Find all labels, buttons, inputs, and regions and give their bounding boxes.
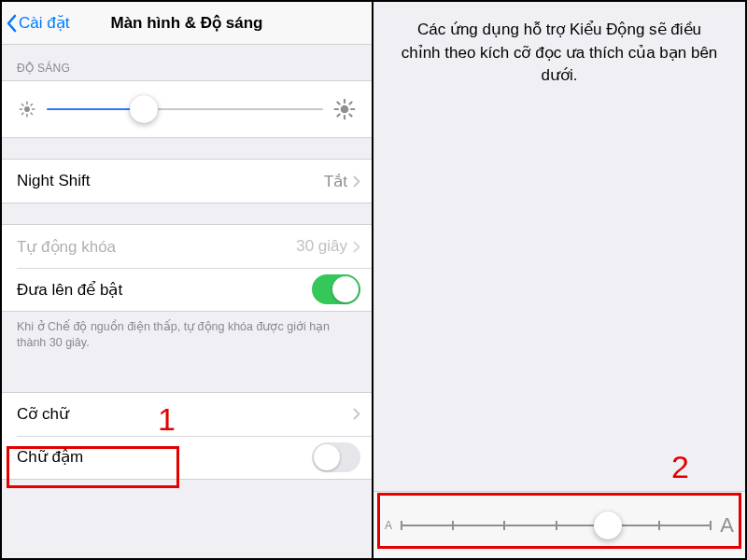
auto-lock-value: 30 giây xyxy=(296,237,347,256)
sun-high-icon xyxy=(332,97,357,121)
raise-to-wake-row: Đưa lên để bật xyxy=(2,268,372,311)
auto-lock-footnote: Khi ở Chế độ nguồn điện thấp, tự động kh… xyxy=(2,312,372,351)
text-group: Cỡ chữ Chữ đậm xyxy=(2,392,372,480)
brightness-section-header: ĐỘ SÁNG xyxy=(2,45,372,80)
svg-line-14 xyxy=(337,102,339,104)
chevron-right-icon xyxy=(353,175,360,188)
text-size-row[interactable]: Cỡ chữ xyxy=(2,393,372,436)
bold-text-label: Chữ đậm xyxy=(17,447,83,467)
bold-text-row: Chữ đậm xyxy=(2,436,372,479)
svg-line-16 xyxy=(337,114,339,116)
sun-low-icon xyxy=(17,99,37,119)
lock-group: Tự động khóa 30 giây Đưa lên để bật xyxy=(2,224,372,312)
svg-line-17 xyxy=(349,102,351,104)
annotation-number-2: 2 xyxy=(671,449,689,485)
svg-line-8 xyxy=(31,105,32,105)
brightness-slider[interactable] xyxy=(47,98,323,120)
chevron-right-icon xyxy=(353,241,360,253)
svg-line-7 xyxy=(22,113,23,114)
text-size-bar: A A xyxy=(374,491,745,558)
night-shift-group: Night Shift Tắt xyxy=(2,159,372,203)
chevron-right-icon xyxy=(353,408,360,420)
large-a-icon: A xyxy=(720,513,734,538)
raise-to-wake-label: Đưa lên để bật xyxy=(17,280,122,300)
small-a-icon: A xyxy=(385,519,392,532)
night-shift-row[interactable]: Night Shift Tắt xyxy=(2,160,372,203)
text-size-label: Cỡ chữ xyxy=(17,404,69,424)
svg-point-9 xyxy=(341,105,349,114)
nav-header: Cài đặt Màn hình & Độ sáng xyxy=(2,2,372,45)
text-size-description: Các ứng dụng hỗ trợ Kiểu Động sẽ điều ch… xyxy=(374,2,745,105)
svg-line-5 xyxy=(22,105,23,105)
svg-point-0 xyxy=(24,106,30,112)
night-shift-value: Tắt xyxy=(324,172,347,191)
brightness-group xyxy=(2,80,372,138)
auto-lock-row[interactable]: Tự động khóa 30 giây xyxy=(2,225,372,268)
text-size-slider[interactable] xyxy=(402,511,711,539)
raise-to-wake-toggle[interactable] xyxy=(312,274,360,304)
display-settings-screen: Cài đặt Màn hình & Độ sáng ĐỘ SÁNG xyxy=(2,2,374,558)
chevron-left-icon xyxy=(6,14,17,33)
back-button[interactable]: Cài đặt xyxy=(2,13,69,33)
text-size-screen: Các ứng dụng hỗ trợ Kiểu Động sẽ điều ch… xyxy=(374,2,745,558)
tutorial-frame: Cài đặt Màn hình & Độ sáng ĐỘ SÁNG xyxy=(0,0,747,560)
bold-text-toggle[interactable] xyxy=(312,442,360,472)
svg-line-15 xyxy=(349,114,351,116)
night-shift-label: Night Shift xyxy=(17,172,90,190)
svg-line-6 xyxy=(31,113,32,114)
back-label: Cài đặt xyxy=(19,13,69,33)
auto-lock-label: Tự động khóa xyxy=(17,237,116,257)
brightness-slider-row xyxy=(2,81,372,137)
